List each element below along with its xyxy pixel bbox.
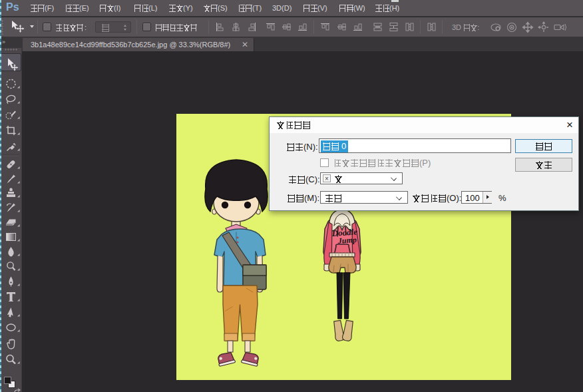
svg-text:Jump: Jump: [337, 235, 357, 246]
